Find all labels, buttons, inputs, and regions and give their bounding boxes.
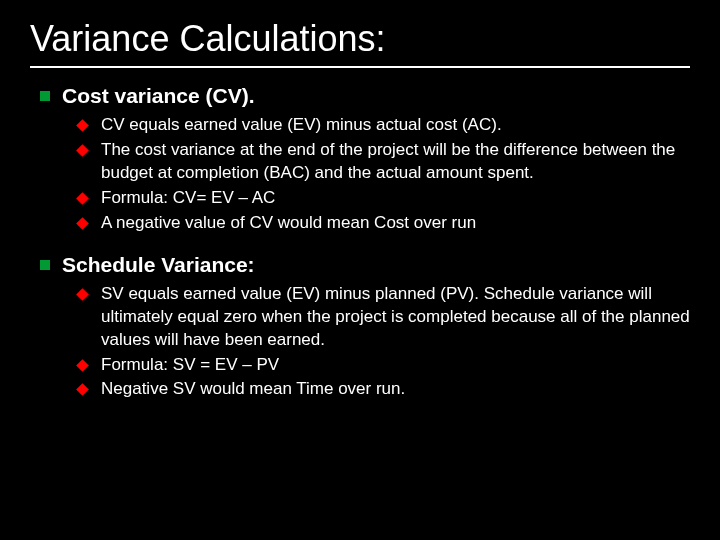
diamond-bullet-icon — [76, 384, 89, 397]
section-heading-row: Schedule Variance: — [40, 253, 690, 277]
square-bullet-icon — [40, 91, 50, 101]
list-item: Negative SV would mean Time over run. — [78, 378, 690, 401]
list-item-text: Formula: CV= EV – AC — [101, 187, 275, 210]
sublist: CV equals earned value (EV) minus actual… — [78, 114, 690, 235]
list-item: CV equals earned value (EV) minus actual… — [78, 114, 690, 137]
section-heading: Cost variance (CV). — [62, 84, 255, 108]
square-bullet-icon — [40, 260, 50, 270]
diamond-bullet-icon — [76, 217, 89, 230]
list-item-text: The cost variance at the end of the proj… — [101, 139, 690, 185]
list-item-text: Formula: SV = EV – PV — [101, 354, 279, 377]
diamond-bullet-icon — [76, 192, 89, 205]
list-item: The cost variance at the end of the proj… — [78, 139, 690, 185]
list-item-text: Negative SV would mean Time over run. — [101, 378, 405, 401]
section-heading-row: Cost variance (CV). — [40, 84, 690, 108]
list-item-text: A negative value of CV would mean Cost o… — [101, 212, 476, 235]
diamond-bullet-icon — [76, 119, 89, 132]
slide-title: Variance Calculations: — [30, 18, 690, 68]
list-item: SV equals earned value (EV) minus planne… — [78, 283, 690, 352]
diamond-bullet-icon — [76, 359, 89, 372]
diamond-bullet-icon — [76, 288, 89, 301]
section-heading: Schedule Variance: — [62, 253, 255, 277]
section-cost-variance: Cost variance (CV). CV equals earned val… — [40, 84, 690, 235]
list-item: Formula: CV= EV – AC — [78, 187, 690, 210]
list-item-text: SV equals earned value (EV) minus planne… — [101, 283, 690, 352]
list-item: Formula: SV = EV – PV — [78, 354, 690, 377]
slide: Variance Calculations: Cost variance (CV… — [0, 0, 720, 540]
list-item: A negative value of CV would mean Cost o… — [78, 212, 690, 235]
section-schedule-variance: Schedule Variance: SV equals earned valu… — [40, 253, 690, 402]
sublist: SV equals earned value (EV) minus planne… — [78, 283, 690, 402]
diamond-bullet-icon — [76, 144, 89, 157]
list-item-text: CV equals earned value (EV) minus actual… — [101, 114, 502, 137]
